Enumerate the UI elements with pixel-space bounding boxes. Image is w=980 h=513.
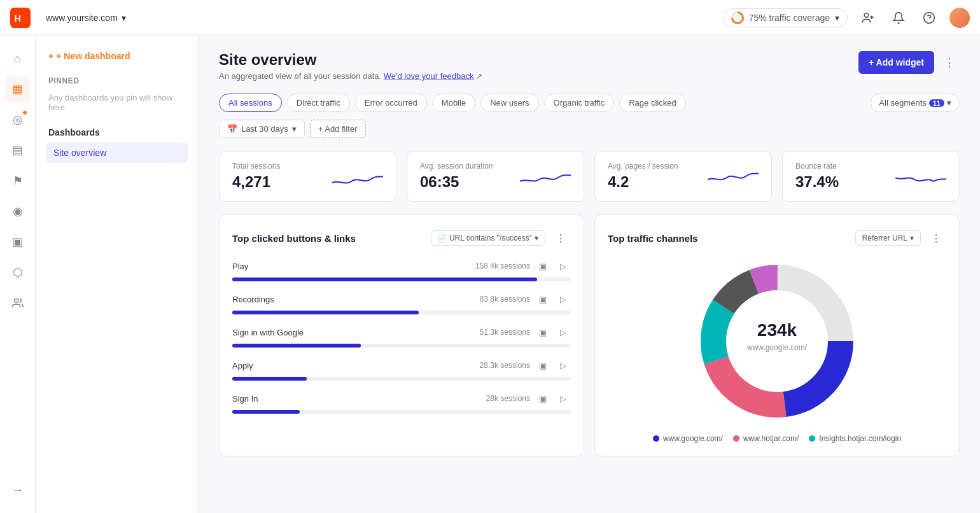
filter-tabs-row: All sessions Direct traffic Error occurr… bbox=[219, 94, 960, 112]
sparkline-avg-pages bbox=[708, 164, 759, 189]
legend-item-hotjar: www.hotjar.com/ bbox=[733, 434, 799, 443]
traffic-coverage-btn[interactable]: 75% traffic coverage ▾ bbox=[723, 8, 848, 27]
new-dashboard-button[interactable]: + + New dashboard bbox=[46, 46, 188, 66]
sidebar-item-surveys[interactable]: ⚑ bbox=[5, 168, 31, 193]
sidebar-item-interviews[interactable]: ▣ bbox=[5, 229, 31, 255]
top-traffic-more-button[interactable]: ⋮ bbox=[926, 228, 946, 248]
url-filter-button[interactable]: 📄 URL contains "/success" ▾ bbox=[431, 230, 545, 246]
click-play-play[interactable]: ▷ bbox=[556, 258, 571, 274]
sidebar-item-dashboard[interactable]: ▦ bbox=[5, 76, 31, 102]
sidebar-item-events[interactable]: ⬡ bbox=[5, 260, 31, 285]
click-bar-bg-apply bbox=[232, 377, 571, 381]
tab-error-occurred[interactable]: Error occurred bbox=[355, 94, 427, 112]
sidebar-item-site-overview[interactable]: Site overview bbox=[46, 143, 188, 163]
click-bar-fill-recordings bbox=[232, 311, 419, 314]
date-range-button[interactable]: 📅 Last 30 days ▾ bbox=[219, 120, 305, 138]
help-icon[interactable] bbox=[919, 8, 939, 28]
sidebar-item-heatmaps[interactable]: ◎ bbox=[5, 107, 31, 132]
date-chevron-icon: ▾ bbox=[292, 124, 297, 134]
chevron-down-icon: ▾ bbox=[122, 13, 126, 23]
click-sessions-play: 158.4k sessions bbox=[475, 262, 530, 271]
add-widget-button[interactable]: + Add widget bbox=[858, 51, 934, 74]
click-bar-bg-recordings bbox=[232, 311, 571, 314]
top-clicked-more-button[interactable]: ⋮ bbox=[550, 228, 571, 248]
click-heatmap-sign-in-google[interactable]: ▣ bbox=[535, 325, 550, 340]
url-filter-label: URL contains "/success" bbox=[449, 234, 532, 242]
click-sessions-sign-in: 28k sessions bbox=[486, 394, 530, 403]
click-bar-fill-play bbox=[232, 278, 537, 281]
svg-text:H: H bbox=[14, 13, 20, 24]
click-bar-fill-sign-in-google bbox=[232, 344, 361, 348]
click-play-apply[interactable]: ▷ bbox=[556, 358, 571, 373]
svg-point-14 bbox=[727, 292, 827, 391]
legend-label-google: www.google.com/ bbox=[663, 434, 723, 443]
stat-value-avg-duration: 06:35 bbox=[420, 173, 493, 191]
referrer-url-select[interactable]: Referrer URL ▾ bbox=[855, 230, 921, 246]
stat-card-bounce-rate: Bounce rate 37.4% bbox=[782, 151, 960, 202]
stat-value-total-sessions: 4,271 bbox=[232, 173, 280, 191]
stat-card-total-sessions: Total sessions 4,271 bbox=[219, 151, 396, 202]
document-icon: 📄 bbox=[438, 234, 447, 242]
referrer-url-label: Referrer URL bbox=[862, 234, 907, 242]
click-sessions-apply: 28.3k sessions bbox=[480, 361, 530, 370]
all-segments-button[interactable]: All segments 11 ▾ bbox=[871, 94, 960, 112]
stat-info-bounce-rate: Bounce rate 37.4% bbox=[795, 162, 839, 191]
click-item-play: Play 158.4k sessions ▣ ▷ bbox=[232, 258, 571, 281]
stat-label-avg-pages: Avg. pages / session bbox=[608, 162, 678, 171]
click-play-recordings[interactable]: ▷ bbox=[556, 292, 571, 307]
click-heatmap-recordings[interactable]: ▣ bbox=[535, 292, 550, 307]
svg-text:234k: 234k bbox=[757, 320, 797, 340]
sidebar-item-home[interactable]: ⌂ bbox=[5, 46, 31, 71]
more-options-button[interactable]: ⋮ bbox=[939, 52, 960, 73]
click-bar-bg-play bbox=[232, 278, 571, 281]
page-header: Site overview An aggregated view of all … bbox=[219, 51, 960, 81]
notifications-icon[interactable] bbox=[888, 8, 909, 28]
logo[interactable]: H bbox=[10, 8, 31, 28]
site-selector[interactable]: www.yoursite.com ▾ bbox=[46, 13, 126, 23]
tab-organic-traffic[interactable]: Organic traffic bbox=[544, 94, 615, 112]
stat-label-bounce-rate: Bounce rate bbox=[795, 162, 839, 171]
svg-point-7 bbox=[14, 299, 18, 302]
click-heatmap-play[interactable]: ▣ bbox=[535, 258, 550, 274]
page-title: Site overview bbox=[219, 51, 482, 69]
coverage-chevron-icon: ▾ bbox=[835, 13, 839, 23]
stat-value-bounce-rate: 37.4% bbox=[795, 173, 839, 191]
user-avatar[interactable] bbox=[949, 8, 970, 28]
legend-dot-google bbox=[653, 435, 659, 442]
sparkline-avg-duration bbox=[520, 164, 571, 189]
click-play-sign-in-google[interactable]: ▷ bbox=[556, 325, 571, 340]
svg-text:www.google.com/: www.google.com/ bbox=[746, 343, 808, 352]
tab-rage-clicked[interactable]: Rage clicked bbox=[619, 94, 685, 112]
click-bar-fill-apply bbox=[232, 377, 307, 381]
stat-info-avg-duration: Avg. session duration 06:35 bbox=[420, 162, 493, 191]
sidebar-collapse-icon[interactable]: → bbox=[5, 477, 31, 503]
add-filter-button[interactable]: + Add filter bbox=[310, 120, 366, 138]
external-link-icon: ↗ bbox=[476, 72, 482, 81]
feedback-link[interactable]: We'd love your feedback bbox=[384, 71, 474, 81]
date-label: Last 30 days bbox=[241, 124, 288, 134]
sidebar-item-feedback[interactable]: ◉ bbox=[5, 199, 31, 224]
stat-card-avg-duration: Avg. session duration 06:35 bbox=[407, 151, 584, 202]
add-user-icon[interactable] bbox=[858, 8, 878, 28]
page-subtitle: An aggregated view of all your session d… bbox=[219, 71, 482, 81]
app-layout: ⌂ ▦ ◎ ▤ ⚑ ◉ ▣ ⬡ → + + New dashboard Pinn… bbox=[0, 36, 980, 513]
stat-card-avg-pages: Avg. pages / session 4.2 bbox=[594, 151, 772, 202]
top-clicked-panel: Top clicked buttons & links 📄 URL contai… bbox=[219, 214, 584, 456]
click-heatmap-sign-in[interactable]: ▣ bbox=[535, 391, 550, 406]
tab-direct-traffic[interactable]: Direct traffic bbox=[287, 94, 350, 112]
tab-mobile[interactable]: Mobile bbox=[432, 94, 475, 112]
top-clicked-title: Top clicked buttons & links bbox=[232, 233, 356, 244]
tab-new-users[interactable]: New users bbox=[480, 94, 538, 112]
click-label-apply: Apply bbox=[232, 361, 253, 370]
new-dashboard-label: + New dashboard bbox=[56, 51, 130, 61]
sidebar-item-users[interactable] bbox=[5, 290, 31, 316]
site-url: www.yoursite.com bbox=[46, 13, 118, 23]
click-heatmap-apply[interactable]: ▣ bbox=[535, 358, 550, 373]
sidebar-item-recordings[interactable]: ▤ bbox=[5, 137, 31, 163]
click-play-sign-in[interactable]: ▷ bbox=[556, 391, 571, 406]
stat-info-total-sessions: Total sessions 4,271 bbox=[232, 162, 280, 191]
legend-label-insights: Insights.hotjar.com/login bbox=[819, 434, 901, 443]
tab-all-sessions[interactable]: All sessions bbox=[219, 94, 282, 112]
click-bar-bg-sign-in-google bbox=[232, 344, 571, 348]
pinned-empty-text: Any dashboards you pin will show here bbox=[46, 90, 188, 115]
